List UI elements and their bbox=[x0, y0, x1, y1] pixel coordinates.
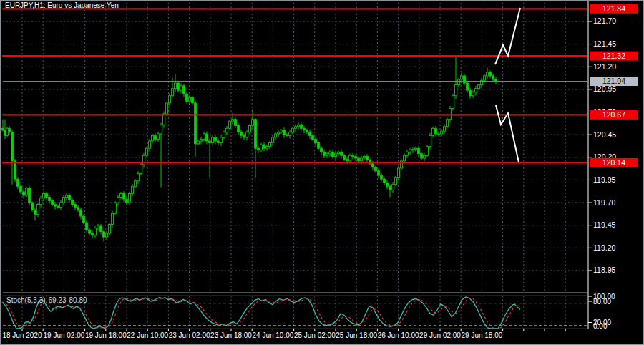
candle-body bbox=[263, 145, 265, 148]
candle-body bbox=[432, 128, 434, 135]
candle-body bbox=[137, 174, 140, 181]
stoch-axis[interactable]: 100.0080.0020.000.00 bbox=[588, 293, 615, 331]
candle-body bbox=[31, 203, 34, 210]
candle-body bbox=[364, 157, 366, 159]
chart-canvas[interactable]: 121.70121.45121.20120.95120.70120.45120.… bbox=[1, 1, 644, 345]
candle-body bbox=[375, 167, 377, 171]
price-tick-label: 121.70 bbox=[593, 16, 616, 25]
candle-body bbox=[23, 192, 25, 195]
candle-body bbox=[326, 154, 328, 156]
candle-body bbox=[83, 216, 85, 223]
candle-body bbox=[235, 120, 237, 126]
candle-body bbox=[292, 128, 294, 132]
price-tick-label: 118.95 bbox=[593, 266, 615, 274]
candle-body bbox=[449, 108, 452, 119]
candle-body bbox=[149, 141, 151, 148]
candle-body bbox=[203, 134, 205, 140]
candle-body bbox=[140, 165, 142, 174]
candle-body bbox=[126, 199, 128, 203]
candle-body bbox=[389, 186, 391, 190]
candle-body bbox=[303, 128, 306, 130]
time-label: 24 Jun 10:00 bbox=[252, 331, 293, 339]
stoch-tick-label: 80.00 bbox=[593, 298, 611, 306]
candle-body bbox=[66, 195, 68, 198]
candle-body bbox=[392, 185, 394, 190]
time-label: 18 Jun 2020 bbox=[2, 331, 42, 339]
candle-body bbox=[475, 89, 477, 92]
candle-body bbox=[80, 210, 82, 216]
candle-body bbox=[289, 132, 291, 135]
candle-body bbox=[92, 233, 94, 235]
time-label: 22 Jun 10:00 bbox=[127, 331, 168, 339]
candle-body bbox=[343, 155, 346, 159]
candle-body bbox=[11, 132, 14, 160]
candle-body bbox=[444, 127, 446, 131]
candle-body bbox=[20, 186, 22, 192]
zigzag-down-arrow[interactable] bbox=[496, 105, 519, 162]
current-price-badge-label: 121.04 bbox=[602, 77, 625, 85]
candle-body bbox=[46, 193, 48, 197]
stochastic-value-main: 69.23 bbox=[48, 296, 66, 304]
candle-body bbox=[86, 223, 88, 230]
candle-body bbox=[97, 226, 99, 228]
candle-body bbox=[283, 130, 286, 135]
candles bbox=[2, 57, 497, 241]
time-axis[interactable]: 18 Jun 202019 Jun 02:0019 Jun 18:0022 Ju… bbox=[2, 329, 565, 339]
candle-body bbox=[447, 120, 449, 127]
candle-body bbox=[315, 139, 317, 142]
mt4-chart-window: 121.70121.45121.20120.95120.70120.45120.… bbox=[0, 0, 644, 345]
candle-body bbox=[395, 178, 397, 185]
price-badge-label: 121.32 bbox=[602, 52, 625, 60]
time-label: 25 Jun 02:00 bbox=[294, 331, 336, 339]
candle-body bbox=[372, 164, 374, 167]
price-tick-label: 119.95 bbox=[593, 175, 615, 184]
candle-body bbox=[301, 125, 303, 128]
candle-body bbox=[17, 179, 19, 186]
candle-body bbox=[169, 96, 171, 103]
time-label: 29 Jun 18:00 bbox=[461, 331, 502, 339]
price-badges: 121.84121.32120.67120.14121.04 bbox=[590, 4, 638, 167]
candle-body bbox=[478, 85, 480, 89]
candle-body bbox=[272, 137, 274, 143]
stochastic-label: Stoch(5,3,3)69.2380.80 bbox=[6, 296, 90, 304]
candle-body bbox=[401, 161, 403, 168]
price-tick-label: 121.45 bbox=[593, 39, 616, 48]
candle-body bbox=[177, 83, 180, 90]
candle-body bbox=[386, 183, 389, 186]
candle-body bbox=[467, 83, 469, 90]
candle-body bbox=[229, 121, 231, 128]
candle-body bbox=[458, 79, 460, 85]
candle-body bbox=[426, 147, 429, 156]
candle-body bbox=[406, 152, 409, 155]
candle-body bbox=[492, 76, 494, 79]
projection-arrows bbox=[495, 8, 520, 162]
candle-body bbox=[89, 230, 91, 233]
candle-body bbox=[338, 152, 340, 154]
candle-body bbox=[424, 155, 426, 158]
candle-body bbox=[418, 148, 420, 154]
candle-body bbox=[278, 132, 280, 134]
candle-body bbox=[232, 120, 234, 122]
price-badge-label: 120.67 bbox=[602, 110, 625, 119]
candle-body bbox=[412, 149, 414, 150]
candle-body bbox=[335, 154, 337, 157]
candle-body bbox=[404, 155, 406, 161]
candle-body bbox=[398, 168, 400, 178]
candle-body bbox=[183, 86, 185, 94]
price-tick-label: 119.20 bbox=[593, 243, 615, 252]
candle-body bbox=[415, 148, 417, 149]
time-label: 23 Jun 18:00 bbox=[210, 331, 252, 339]
time-label: 19 Jun 02:00 bbox=[43, 331, 84, 339]
candle-body bbox=[366, 157, 369, 160]
candle-body bbox=[318, 143, 320, 149]
price-tick-label: 119.70 bbox=[593, 198, 615, 207]
candle-body bbox=[135, 181, 137, 187]
candle-body bbox=[269, 143, 271, 147]
candle-body bbox=[223, 132, 225, 137]
price-tick-label: 119.45 bbox=[593, 220, 615, 229]
support-resistance-lines bbox=[2, 9, 587, 162]
candle-body bbox=[421, 154, 423, 158]
candle-body bbox=[306, 130, 308, 132]
candle-body bbox=[26, 188, 28, 195]
price-tick-label: 120.95 bbox=[593, 84, 616, 93]
